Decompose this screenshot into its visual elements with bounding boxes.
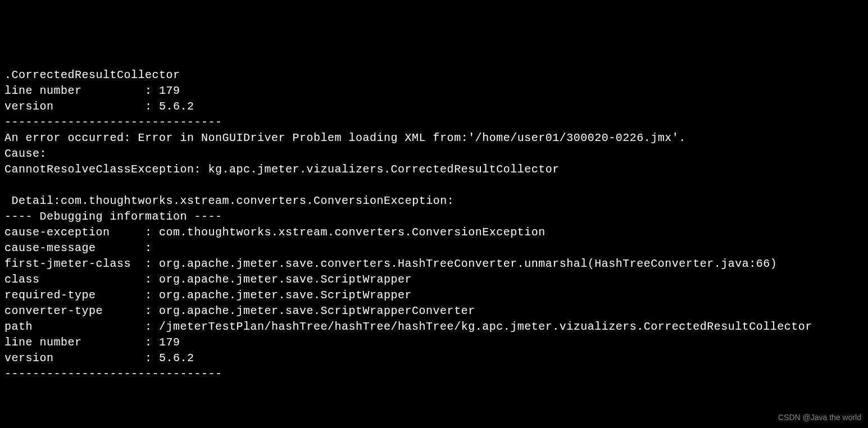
output-line: version : 5.6.2 [4,100,194,113]
output-line: Detail:com.thoughtworks.xstream.converte… [4,194,454,207]
terminal-output: .CorrectedResultCollector line number : … [4,67,864,382]
output-line: An error occurred: Error in NonGUIDriver… [4,131,686,144]
output-line: cause-exception : com.thoughtworks.xstre… [4,226,546,239]
output-line: ---- Debugging information ---- [4,210,222,223]
output-line: required-type : org.apache.jmeter.save.S… [4,289,412,302]
output-line: .CorrectedResultCollector [4,69,180,81]
watermark-text: CSDN @Java the world [778,412,861,424]
output-line: CannotResolveClassException: kg.apc.jmet… [4,163,560,176]
output-line: first-jmeter-class : org.apache.jmeter.s… [4,257,777,270]
output-line: ------------------------------- [4,367,222,380]
output-line: class : org.apache.jmeter.save.ScriptWra… [4,273,412,286]
output-line: path : /jmeterTestPlan/hashTree/hashTree… [4,320,812,333]
output-line: line number : 179 [4,84,180,97]
output-line: version : 5.6.2 [4,352,194,365]
output-line: Cause: [4,147,47,160]
output-line: cause-message : [4,242,152,254]
output-line: ------------------------------- [4,116,222,129]
output-line: converter-type : org.apache.jmeter.save.… [4,304,475,317]
output-line: line number : 179 [4,336,180,349]
